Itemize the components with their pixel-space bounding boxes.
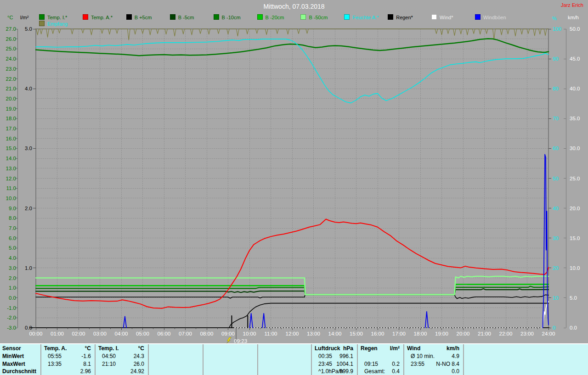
gust-spike [425,312,429,328]
svg-text:100: 100 [553,26,561,32]
table-section-luftdruck: LuftdruckhPa00:35996.123:451004.1^1.0hPa… [311,344,357,375]
svg-text:2.0: 2.0 [25,206,32,211]
svg-text:20:00: 20:00 [457,331,470,336]
gust-spike [262,313,266,328]
table-section-wind: Windkm/hØ 10 min.4.923:55N-NO 8.40.0 [403,344,463,375]
table-cell: 04:50 [102,353,116,359]
svg-text:12.0: 12.0 [6,176,16,181]
svg-text:24:00: 24:00 [542,331,555,336]
svg-text:03:00: 03:00 [93,331,107,336]
table-cell: 00:35 [318,353,332,359]
svg-text:00:00: 00:00 [29,331,43,336]
table-cell: 24.92 [130,368,144,375]
lightning-icon [226,337,231,343]
table-cell: MinWert [2,353,24,359]
svg-text:3.0: 3.0 [9,265,16,271]
svg-text:0.0: 0.0 [9,295,16,301]
svg-text:3.0: 3.0 [25,146,32,151]
table-cell: 8.1 [83,361,91,367]
svg-text:23.0: 23.0 [6,66,16,72]
table-cell: 999.9 [339,368,353,375]
svg-text:60: 60 [553,146,559,151]
marker-time-label: 09:23 [234,338,247,343]
svg-text:10.0: 10.0 [570,265,580,271]
svg-text:05:00: 05:00 [136,331,149,336]
table-cell: 2.96 [80,368,91,375]
svg-text:15:00: 15:00 [350,331,363,336]
svg-text:13.0: 13.0 [6,166,16,171]
svg-text:08:00: 08:00 [200,331,214,336]
svg-text:11.0: 11.0 [6,185,16,191]
svg-text:26.0: 26.0 [6,36,16,42]
svg-text:02:00: 02:00 [72,331,85,336]
table-cell: Ø 10 min. [411,353,435,359]
gust-spike [124,316,127,328]
svg-text:1.0: 1.0 [9,285,16,291]
svg-text:27.0: 27.0 [6,26,16,32]
table-cell: °C [85,345,91,352]
gust-spike [250,313,253,328]
svg-text:50: 50 [553,176,559,181]
svg-text:07:00: 07:00 [179,331,192,336]
svg-text:09:00: 09:00 [221,331,235,336]
svg-text:15.0: 15.0 [570,235,580,241]
table-cell: 24.3 [134,353,144,359]
svg-text:30: 30 [553,235,559,241]
svg-text:15.0: 15.0 [6,146,16,151]
svg-text:1.0: 1.0 [25,265,32,271]
table-section-empty-8 [463,344,588,375]
table-cell: km/h [447,345,459,352]
svg-text:35.0: 35.0 [570,116,580,121]
svg-text:16:00: 16:00 [371,331,384,336]
stats-table: SensorMinWertMaxWertDurchschnittTemp. A.… [0,343,588,375]
app-window: Mittwoch, 07.03.2018 Jarz Erich Temp. I.… [0,0,588,375]
table-cell: -1.6 [81,353,91,359]
svg-text:2.0: 2.0 [9,275,16,281]
table-cell: 05:55 [48,353,62,359]
svg-text:9.0: 9.0 [9,206,16,211]
svg-text:40.0: 40.0 [570,86,580,91]
svg-text:12:00: 12:00 [286,331,299,336]
svg-text:25.0: 25.0 [570,176,580,181]
svg-text:10:00: 10:00 [243,331,256,336]
table-cell: 0.0 [452,368,459,375]
table-cell: 0.4 [392,368,400,375]
table-cell: Regen [361,345,378,352]
table-section-empty-3 [203,344,257,375]
svg-text:11:00: 11:00 [265,331,277,336]
series-regen-summe-line [229,303,548,328]
plot-area: 27.026.025.024.023.022.021.020.019.018.0… [0,0,588,343]
svg-text:18:00: 18:00 [414,331,427,336]
svg-text:22.0: 22.0 [6,76,16,82]
svg-text:20: 20 [553,265,559,271]
grid [36,29,548,328]
table-cell: 4.9 [452,353,459,359]
table-cell: Temp. I. [98,345,119,352]
svg-text:-1.0: -1.0 [7,305,16,311]
svg-text:23:00: 23:00 [520,331,534,336]
svg-text:20.0: 20.0 [570,206,580,211]
svg-text:70: 70 [553,116,559,121]
svg-text:06:00: 06:00 [158,331,171,336]
table-cell: 0.2 [392,361,400,367]
svg-text:-3.0: -3.0 [7,325,16,330]
table-cell: °C [138,345,144,352]
svg-text:90: 90 [553,56,559,62]
table-cell: Temp. A. [44,345,67,352]
svg-text:14.0: 14.0 [6,156,16,161]
svg-text:30.0: 30.0 [570,146,580,151]
table-cell: Wind [407,345,420,352]
svg-text:45.0: 45.0 [570,56,580,62]
svg-text:10.0: 10.0 [6,196,16,201]
table-cell: 13:35 [48,361,62,367]
table-cell: 21:10 [102,361,116,367]
svg-text:40: 40 [553,206,559,211]
table-section-empty-2 [148,344,203,375]
table-cell: hPa [343,345,353,352]
svg-text:4.0: 4.0 [25,86,32,91]
svg-text:14:00: 14:00 [328,331,342,336]
table-cell: l/m² [390,345,400,352]
table-section-temp-i: Temp. I.°C04:5024.321:1026.024.92 [95,344,148,375]
svg-text:16.0: 16.0 [6,136,16,141]
svg-text:10: 10 [553,295,559,301]
